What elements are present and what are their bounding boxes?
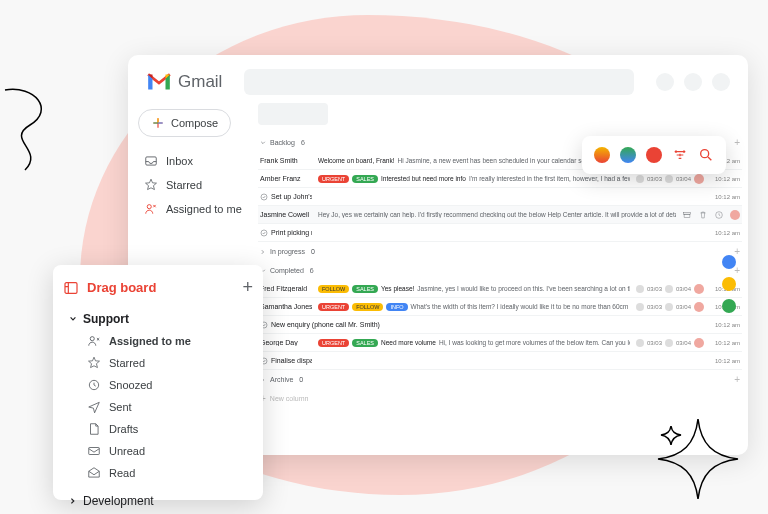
gmail-m-icon bbox=[146, 72, 172, 92]
svg-point-11 bbox=[90, 337, 94, 341]
svg-rect-13 bbox=[89, 448, 100, 455]
section-completed[interactable]: Completed 6 + bbox=[258, 261, 742, 280]
caret-down-icon bbox=[69, 315, 77, 323]
section-add[interactable]: + bbox=[734, 137, 740, 148]
svg-rect-10 bbox=[65, 282, 77, 293]
header-action-3[interactable] bbox=[712, 73, 730, 91]
tag-pill: SALES bbox=[352, 175, 378, 183]
task-check-icon bbox=[260, 193, 268, 201]
sidepanel-icon-3[interactable] bbox=[722, 299, 736, 313]
email-row[interactable]: George Day URGENTSALESNeed more volumeHi… bbox=[258, 334, 742, 352]
svg-point-1 bbox=[147, 205, 151, 209]
board-item-sent[interactable]: Sent bbox=[69, 396, 253, 418]
collaborator-avatar[interactable] bbox=[620, 147, 636, 163]
nav-label: Inbox bbox=[166, 155, 193, 167]
list-filter-bar[interactable] bbox=[258, 103, 328, 125]
board-support[interactable]: Support bbox=[69, 308, 253, 330]
tag-pill: FOLLOW bbox=[318, 285, 349, 293]
board-development[interactable]: Development bbox=[69, 490, 253, 512]
email-row-hover[interactable]: Jasmine Cowell Hey Jo, yes we certainly … bbox=[258, 206, 742, 224]
board-item-unread[interactable]: Unread bbox=[69, 440, 253, 462]
sender: Frank Smith bbox=[260, 157, 312, 164]
snippet: Jasmine, yes I would like to proceed on … bbox=[417, 285, 630, 292]
nav-starred[interactable]: Starred bbox=[138, 173, 248, 197]
task-title: Set up John's delivery bbox=[271, 193, 312, 200]
svg-rect-0 bbox=[146, 157, 157, 165]
new-column-label: New column bbox=[270, 395, 309, 402]
svg-point-2 bbox=[261, 194, 267, 200]
task-title: Print picking notes bbox=[271, 229, 312, 236]
archive-icon[interactable] bbox=[682, 210, 692, 220]
subject: Welcome on board, Frank! bbox=[318, 157, 394, 164]
search-bar[interactable] bbox=[244, 69, 634, 95]
search-icon[interactable] bbox=[698, 147, 714, 163]
section-label: In progress bbox=[270, 248, 305, 255]
subject: Interested but need more info bbox=[381, 175, 466, 182]
gmail-text: Gmail bbox=[178, 72, 222, 92]
caret-right-icon bbox=[260, 249, 266, 255]
delete-icon[interactable] bbox=[698, 210, 708, 220]
add-board-button[interactable]: + bbox=[242, 277, 253, 298]
clock-icon bbox=[87, 378, 101, 392]
tag-pill: URGENT bbox=[318, 175, 349, 183]
board-item-snoozed[interactable]: Snoozed bbox=[69, 374, 253, 396]
board-item-label: Starred bbox=[109, 357, 145, 369]
sidepanel-icon-2[interactable] bbox=[722, 277, 736, 291]
new-column[interactable]: + New column bbox=[258, 389, 742, 408]
nav-label: Starred bbox=[166, 179, 202, 191]
svg-point-9 bbox=[701, 150, 709, 158]
time: 10:12 am bbox=[710, 322, 740, 328]
sidepanel-icon-1[interactable] bbox=[722, 255, 736, 269]
task-row[interactable]: Set up John's delivery 10:12 am bbox=[258, 188, 742, 206]
section-count: 6 bbox=[310, 267, 314, 274]
section-add[interactable]: + bbox=[734, 374, 740, 385]
drag-board-icon bbox=[63, 280, 79, 296]
collaborator-avatar[interactable] bbox=[646, 147, 662, 163]
email-row[interactable]: Samantha Jones URGENTFOLLOWINFOWhat's th… bbox=[258, 298, 742, 316]
board-item-drafts[interactable]: Drafts bbox=[69, 418, 253, 440]
section-in-progress[interactable]: In progress 0 + bbox=[258, 242, 742, 261]
nav-assigned[interactable]: Assigned to me bbox=[138, 197, 248, 221]
compose-plus-icon bbox=[151, 116, 165, 130]
compose-button[interactable]: Compose bbox=[138, 109, 231, 137]
task-title: Finalise dispatch bbox=[271, 357, 312, 364]
tag-pill: SALES bbox=[352, 285, 378, 293]
filter-icon[interactable] bbox=[672, 147, 688, 163]
avatar bbox=[694, 284, 704, 294]
section-label: Completed bbox=[270, 267, 304, 274]
avatar bbox=[730, 210, 740, 220]
time: 10:12 am bbox=[710, 194, 740, 200]
section-archive[interactable]: Archive 0 + bbox=[258, 370, 742, 389]
sender: Amber Franz bbox=[260, 175, 312, 182]
time: 10:12 am bbox=[710, 340, 740, 346]
tag-pill: URGENT bbox=[318, 339, 349, 347]
svg-rect-4 bbox=[684, 214, 690, 217]
header-action-2[interactable] bbox=[684, 73, 702, 91]
task-row[interactable]: Print picking notes 10:12 am bbox=[258, 224, 742, 242]
section-count: 0 bbox=[299, 376, 303, 383]
email-row[interactable]: Fred Fitzgerald FOLLOWSALESYes please!Ja… bbox=[258, 280, 742, 298]
star-icon bbox=[144, 178, 158, 192]
read-icon bbox=[87, 466, 101, 480]
drafts-icon bbox=[87, 422, 101, 436]
tag-pill: URGENT bbox=[318, 303, 349, 311]
nav-inbox[interactable]: Inbox bbox=[138, 149, 248, 173]
board-item-read[interactable]: Read bbox=[69, 462, 253, 484]
avatar bbox=[694, 338, 704, 348]
assigned-icon bbox=[87, 334, 101, 348]
board-item-assigned[interactable]: Assigned to me bbox=[69, 330, 253, 352]
time: 10:12 am bbox=[710, 230, 740, 236]
drag-board-panel: Drag board + Support Assigned to me Star… bbox=[53, 265, 263, 500]
task-row[interactable]: Finalise dispatch 10:12 am bbox=[258, 352, 742, 370]
collaborator-avatar[interactable] bbox=[594, 147, 610, 163]
header-action-1[interactable] bbox=[656, 73, 674, 91]
board-label: Development bbox=[83, 494, 154, 508]
task-row[interactable]: New enquiry (phone call Mr. Smith) 10:12… bbox=[258, 316, 742, 334]
section-label: Archive bbox=[270, 376, 293, 383]
board-item-starred[interactable]: Starred bbox=[69, 352, 253, 374]
time: 10:12 am bbox=[710, 358, 740, 364]
board-item-label: Sent bbox=[109, 401, 132, 413]
snooze-icon[interactable] bbox=[714, 210, 724, 220]
board-item-label: Snoozed bbox=[109, 379, 152, 391]
subject: Yes please! bbox=[381, 285, 414, 292]
